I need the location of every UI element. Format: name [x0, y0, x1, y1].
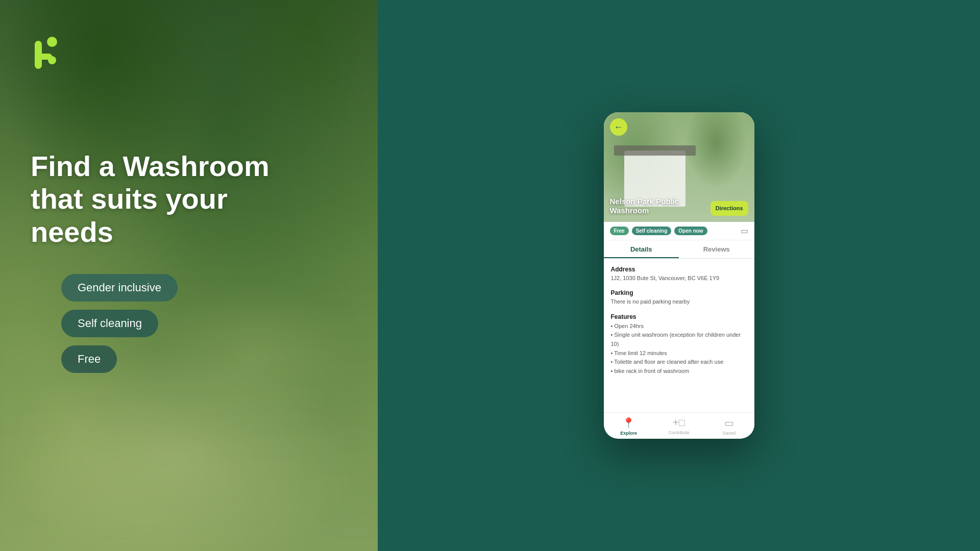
- tag-open-now: Open now: [674, 227, 707, 235]
- tab-reviews[interactable]: Reviews: [679, 240, 754, 258]
- pill-free[interactable]: Free: [61, 345, 117, 373]
- parking-value: There is no paid parking nearby: [611, 298, 747, 306]
- address-value: 1J2, 1030 Bute St, Vancouver, BC V6E 1Y9: [611, 274, 747, 282]
- app-logo: [31, 31, 77, 77]
- saved-label: Saved: [723, 431, 736, 436]
- contribute-icon: +□: [673, 417, 685, 429]
- tag-self-cleaning: Self cleaning: [632, 227, 672, 235]
- directions-button[interactable]: Directions: [710, 201, 748, 216]
- feature-item-3: Time limit 12 minutes: [611, 349, 747, 358]
- parking-section: Parking There is no paid parking nearby: [611, 289, 747, 306]
- details-content: Address 1J2, 1030 Bute St, Vancouver, BC…: [604, 259, 754, 412]
- pill-gender-inclusive[interactable]: Gender inclusive: [61, 274, 178, 302]
- feature-item-5: bike rack in front of washroom: [611, 367, 747, 376]
- nav-saved[interactable]: ▭ Saved: [704, 417, 754, 436]
- headline: Find a Washroom that suits your needs: [31, 150, 316, 248]
- right-panel: ← Nelson Park Public Washroom Directions…: [378, 0, 980, 551]
- address-section: Address 1J2, 1030 Bute St, Vancouver, BC…: [611, 266, 747, 282]
- features-label: Features: [611, 313, 747, 320]
- parking-label: Parking: [611, 289, 747, 296]
- svg-rect-3: [35, 54, 52, 60]
- pill-self-cleaning[interactable]: Self cleaning: [61, 310, 158, 337]
- features-list: Open 24hrs Single unit washroom (excepti…: [611, 322, 747, 376]
- bottom-nav: 📍 Explore +□ Contribute ▭ Saved: [604, 412, 754, 439]
- back-button[interactable]: ←: [610, 118, 627, 136]
- feature-item-4: Toilette and floor are cleaned after eac…: [611, 358, 747, 367]
- tags-row: Free Self cleaning Open now ▭: [604, 222, 754, 240]
- left-panel: Find a Washroom that suits your needs Ge…: [0, 0, 378, 551]
- saved-icon: ▭: [724, 417, 734, 429]
- explore-icon: 📍: [622, 417, 635, 429]
- tabs: Details Reviews: [604, 240, 754, 259]
- explore-label: Explore: [620, 431, 637, 436]
- contribute-label: Contribute: [668, 430, 690, 435]
- filter-pills: Gender inclusive Self cleaning Free: [61, 274, 347, 373]
- feature-item-1: Open 24hrs: [611, 322, 747, 331]
- features-section: Features Open 24hrs Single unit washroom…: [611, 313, 747, 376]
- address-label: Address: [611, 266, 747, 273]
- back-arrow-icon: ←: [614, 122, 623, 132]
- feature-item-2: Single unit washroom (exception for chil…: [611, 331, 747, 348]
- phone-mockup: ← Nelson Park Public Washroom Directions…: [604, 112, 754, 439]
- svg-point-1: [47, 37, 57, 47]
- washroom-name-overlay: Nelson Park Public Washroom: [610, 197, 681, 216]
- washroom-photo: ← Nelson Park Public Washroom Directions: [604, 112, 754, 222]
- tag-free: Free: [610, 227, 629, 235]
- nav-explore[interactable]: 📍 Explore: [604, 417, 654, 436]
- bookmark-icon[interactable]: ▭: [741, 226, 748, 236]
- tab-details[interactable]: Details: [604, 240, 679, 258]
- washroom-title: Nelson Park Public Washroom: [610, 197, 681, 216]
- nav-contribute[interactable]: +□ Contribute: [654, 417, 704, 436]
